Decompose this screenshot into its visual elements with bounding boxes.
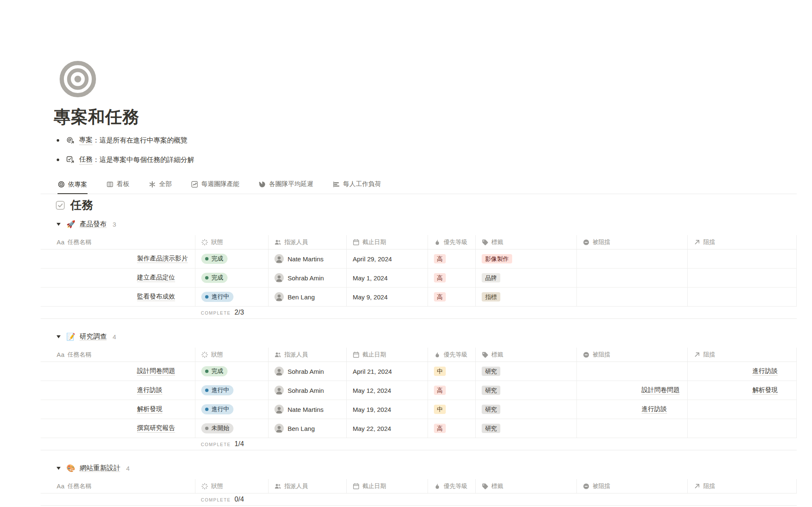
cell-task-name[interactable]: 建立產品定位 (41, 269, 195, 287)
cell-status[interactable]: 進行中 (195, 400, 268, 419)
column-header-5[interactable]: 標籤 (475, 348, 576, 362)
column-header-3[interactable]: 截止日期 (346, 348, 428, 362)
cell-blocking[interactable]: 解析發現 (687, 381, 797, 400)
column-header-1[interactable]: 狀態 (195, 348, 268, 362)
column-header-4[interactable]: 優先等級 (428, 479, 475, 493)
cell-blocking[interactable] (687, 288, 797, 306)
cell-tags[interactable]: 品牌 (475, 269, 576, 287)
group-name[interactable]: 研究調查 (80, 332, 107, 341)
cell-status[interactable]: 完成 (195, 362, 268, 381)
tab-5[interactable]: 每人工作負荷 (332, 175, 381, 194)
cell-task-name[interactable]: 撰寫研究報告 (41, 419, 195, 438)
group-name[interactable]: 產品發布 (80, 220, 107, 229)
group-toggle[interactable] (55, 222, 61, 226)
cell-task-name[interactable]: 監看發布成效 (41, 288, 195, 306)
cell-blocking[interactable] (687, 269, 797, 287)
column-header-5[interactable]: 標籤 (475, 235, 576, 249)
cell-assignee[interactable]: Ben Lang (268, 419, 346, 438)
tab-1[interactable]: 看板 (106, 175, 130, 194)
cell-tags[interactable]: 指標 (475, 288, 576, 306)
group-name[interactable]: 網站重新設計 (80, 464, 120, 473)
cell-priority[interactable]: 高 (428, 419, 475, 438)
cell-due-date[interactable]: May 19, 2024 (346, 400, 428, 419)
column-header-0[interactable]: Aa任務名稱 (41, 348, 195, 362)
cell-status[interactable]: 進行中 (195, 288, 268, 306)
relation-item[interactable]: 進行訪談 (583, 405, 667, 414)
column-header-1[interactable]: 狀態 (195, 479, 268, 493)
cell-blocked-by[interactable]: 進行訪談 (576, 400, 687, 419)
tab-4[interactable]: 各團隊平均延遲 (258, 175, 314, 194)
cell-status[interactable]: 完成 (195, 249, 268, 268)
cell-status[interactable]: 進行中 (195, 381, 268, 400)
cell-tags[interactable]: 研究 (475, 400, 576, 419)
cell-status[interactable]: 完成 (195, 269, 268, 287)
cell-assignee[interactable]: Ben Lang (268, 288, 346, 306)
complete-row[interactable]: COMPLETE 2/3 (41, 307, 797, 319)
cell-tags[interactable]: 研究 (475, 381, 576, 400)
column-header-0[interactable]: Aa任務名稱 (41, 479, 195, 493)
cell-task-name[interactable]: 製作產品演示影片 (41, 249, 195, 268)
cell-assignee[interactable]: Nate Martins (268, 400, 346, 419)
group-toggle[interactable] (55, 335, 61, 339)
cell-assignee[interactable]: Sohrab Amin (268, 269, 346, 287)
complete-row[interactable]: COMPLETE 1/4 (41, 438, 797, 450)
column-header-1[interactable]: 狀態 (195, 235, 268, 249)
cell-blocked-by[interactable] (576, 269, 687, 287)
cell-assignee[interactable]: Sohrab Amin (268, 381, 346, 400)
cell-status[interactable]: 未開始 (195, 419, 268, 438)
projects-link[interactable]: 專案 (79, 136, 93, 145)
cell-due-date[interactable]: May 9, 2024 (346, 288, 428, 306)
column-header-6[interactable]: 被阻擋 (576, 479, 687, 493)
relation-item[interactable]: 設計問卷問題 (583, 386, 680, 395)
cell-blocked-by[interactable] (576, 419, 687, 438)
cell-blocked-by[interactable] (576, 288, 687, 306)
cell-priority[interactable]: 中 (428, 362, 475, 381)
relation-item[interactable]: 進行訪談 (694, 367, 778, 375)
tab-2[interactable]: 全部 (148, 175, 172, 194)
cell-due-date[interactable]: April 21, 2024 (346, 362, 428, 381)
cell-priority[interactable]: 高 (428, 381, 475, 400)
cell-blocking[interactable] (687, 400, 797, 419)
cell-assignee[interactable]: Nate Martins (268, 249, 346, 268)
column-header-7[interactable]: 阻擋 (687, 479, 797, 493)
cell-blocking[interactable] (687, 419, 797, 438)
complete-row[interactable]: COMPLETE 0/4 (41, 493, 797, 506)
tab-3[interactable]: 每週團隊產能 (191, 175, 240, 194)
group-toggle[interactable] (55, 466, 61, 470)
column-header-6[interactable]: 被阻擋 (576, 235, 687, 249)
column-header-5[interactable]: 標籤 (475, 479, 576, 493)
cell-priority[interactable]: 高 (428, 288, 475, 306)
cell-task-name[interactable]: 進行訪談 (41, 381, 195, 400)
column-header-4[interactable]: 優先等級 (428, 348, 475, 362)
cell-tags[interactable]: 影像製作 (475, 249, 576, 268)
cell-tags[interactable]: 研究 (475, 419, 576, 438)
cell-blocking[interactable] (687, 249, 797, 268)
cell-blocked-by[interactable] (576, 362, 687, 381)
cell-blocking[interactable]: 進行訪談 (687, 362, 797, 381)
column-header-0[interactable]: Aa任務名稱 (41, 235, 195, 249)
column-header-6[interactable]: 被阻擋 (576, 348, 687, 362)
cell-priority[interactable]: 高 (428, 269, 475, 287)
cell-due-date[interactable]: May 1, 2024 (346, 269, 428, 287)
cell-blocked-by[interactable]: 設計問卷問題 (576, 381, 687, 400)
tasks-link[interactable]: 任務 (79, 155, 93, 164)
column-header-2[interactable]: 指派人員 (268, 348, 346, 362)
cell-task-name[interactable]: 解析發現 (41, 400, 195, 419)
cell-blocked-by[interactable] (576, 249, 687, 268)
column-header-4[interactable]: 優先等級 (428, 235, 475, 249)
cell-task-name[interactable]: 設計問卷問題 (41, 362, 195, 381)
cell-assignee[interactable]: Sohrab Amin (268, 362, 346, 381)
cell-due-date[interactable]: May 22, 2024 (346, 419, 428, 438)
cell-due-date[interactable]: April 29, 2024 (346, 249, 428, 268)
column-header-3[interactable]: 截止日期 (346, 479, 428, 493)
column-header-7[interactable]: 阻擋 (687, 348, 797, 362)
page-bullseye-icon[interactable] (59, 60, 96, 98)
tab-0[interactable]: 依專案 (58, 175, 88, 194)
column-header-7[interactable]: 阻擋 (687, 235, 797, 249)
cell-priority[interactable]: 中 (428, 400, 475, 419)
cell-tags[interactable]: 研究 (475, 362, 576, 381)
cell-priority[interactable]: 高 (428, 249, 475, 268)
cell-due-date[interactable]: May 12, 2024 (346, 381, 428, 400)
column-header-2[interactable]: 指派人員 (268, 479, 346, 493)
column-header-2[interactable]: 指派人員 (268, 235, 346, 249)
